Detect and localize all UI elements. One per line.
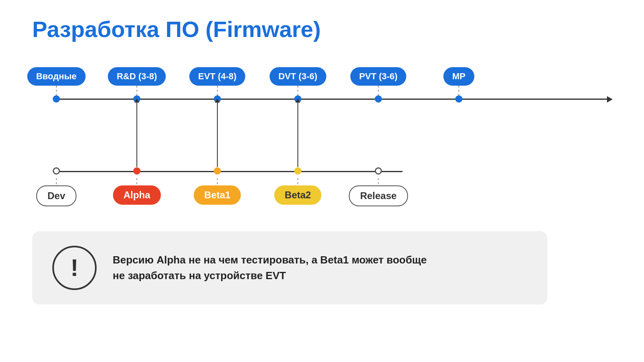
sw-phase-node-1 xyxy=(133,167,140,175)
up-arrow-2 xyxy=(297,103,298,167)
top-phase-label-3: DVT (3-6) xyxy=(270,67,326,86)
bottom-timeline-line xyxy=(56,171,402,172)
sw-phase-node-2 xyxy=(214,167,221,175)
sw-phase-node-3 xyxy=(294,167,301,175)
sw-phase-label-1: Alpha xyxy=(113,185,161,205)
top-phase-label-2: EVT (4-8) xyxy=(189,67,245,86)
up-arrow-0 xyxy=(136,103,137,167)
sw-phase-label-2: Beta1 xyxy=(194,185,241,205)
sw-phase-label-0: Dev xyxy=(36,185,76,206)
top-phase-label-4: PVT (3-6) xyxy=(350,67,406,86)
info-text: Версию Alpha не на чем тестировать, а Be… xyxy=(113,252,427,284)
top-phase-node-0 xyxy=(53,95,60,103)
top-phase-label-1: R&D (3-8) xyxy=(108,67,166,86)
exclamation-icon: ! xyxy=(70,256,78,280)
top-timeline: ВводныеR&D (3-8)EVT (4-8)DVT (3-6)PVT (3… xyxy=(32,99,612,100)
top-phase-node-5 xyxy=(455,95,462,103)
sw-phase-label-4: Release xyxy=(349,185,408,206)
sw-phase-node-4 xyxy=(375,167,382,175)
sw-phase-node-0 xyxy=(53,167,60,175)
up-arrow-1 xyxy=(217,103,218,167)
diagram-container: ВводныеR&D (3-8)EVT (4-8)DVT (3-6)PVT (3… xyxy=(32,62,612,215)
info-icon: ! xyxy=(52,246,97,290)
info-text-line1: Версию Alpha не на чем тестировать, а Be… xyxy=(113,254,427,266)
top-phase-label-5: MP xyxy=(444,67,475,86)
top-phase-node-4 xyxy=(375,95,382,103)
info-text-line2: не заработать на устройстве EVT xyxy=(113,269,286,282)
page-title: Разработка ПО (Firmware) xyxy=(32,16,612,42)
sw-phase-label-3: Beta2 xyxy=(274,185,321,205)
top-phase-label-0: Вводные xyxy=(27,67,86,86)
info-box: ! Версию Alpha не на чем тестировать, а … xyxy=(32,231,547,304)
